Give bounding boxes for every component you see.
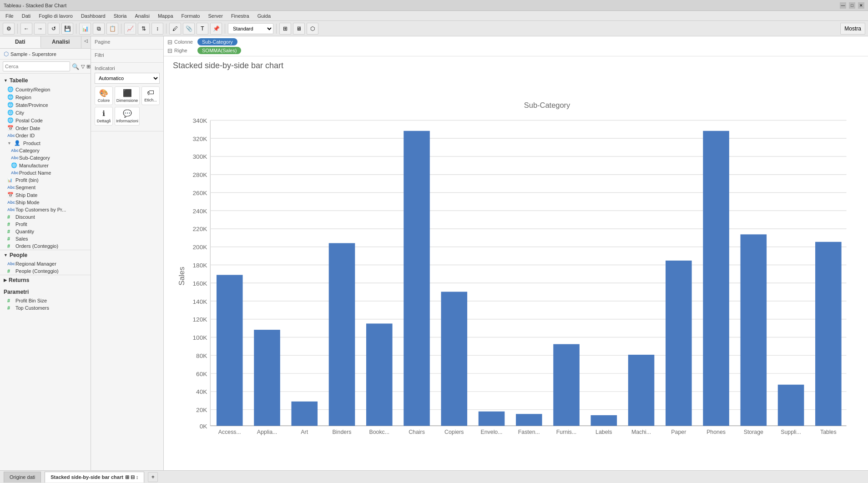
menu-file[interactable]: File: [2, 12, 17, 20]
righe-pill[interactable]: SOMMA(Sales): [197, 47, 241, 54]
toolbar-highlight-btn[interactable]: 🖊: [169, 23, 181, 35]
item-profitbin[interactable]: 📊 Profit (bin): [0, 176, 91, 184]
colonne-pill[interactable]: Sub-Category: [197, 38, 237, 45]
item-quantity[interactable]: # Quantity: [0, 228, 91, 235]
tab-icon-1[interactable]: ⊞: [125, 474, 129, 480]
minimize-button[interactable]: —: [840, 2, 846, 9]
item-category[interactable]: Abc Category: [0, 147, 91, 154]
menu-storia[interactable]: Storia: [110, 12, 131, 20]
menu-analisi[interactable]: Analisi: [131, 12, 153, 20]
item-state[interactable]: 🌐 State/Province: [0, 101, 91, 109]
bar-envelo[interactable]: [479, 412, 505, 426]
toolbar-pin-btn[interactable]: 📌: [210, 23, 222, 35]
toolbar-device-btn[interactable]: 🖥: [293, 23, 305, 35]
filter-icon[interactable]: ▽: [81, 64, 85, 70]
maximize-button[interactable]: □: [849, 2, 855, 9]
item-people-count[interactable]: # People (Conteggio): [0, 267, 91, 275]
item-profit[interactable]: # Profit: [0, 221, 91, 228]
toolbar-swap-btn[interactable]: ⇅: [138, 23, 150, 35]
item-regional-manager[interactable]: Abc Regional Manager: [0, 260, 91, 267]
item-profit-bin-size[interactable]: # Profit Bin Size: [0, 297, 91, 304]
toolbar-fix-btn[interactable]: ⊞: [279, 23, 291, 35]
toolbar-chart-btn[interactable]: 📈: [124, 23, 136, 35]
menu-foglio[interactable]: Foglio di lavoro: [35, 12, 76, 20]
menu-finestra[interactable]: Finestra: [227, 12, 253, 20]
item-orderid[interactable]: Abc Order ID: [0, 132, 91, 139]
returns-header[interactable]: ▶ Returns: [0, 275, 91, 285]
card-dimensione[interactable]: ⬛ Dimensione: [115, 86, 140, 105]
item-product-group[interactable]: ▼ 👤 Product: [0, 139, 91, 147]
tab-dati[interactable]: Dati: [0, 36, 41, 48]
item-orders[interactable]: # Orders (Conteggio): [0, 242, 91, 250]
menu-mappa[interactable]: Mappa: [154, 12, 177, 20]
datasource-name[interactable]: Sample - Superstore: [10, 51, 56, 57]
menu-dashboard[interactable]: Dashboard: [77, 12, 109, 20]
people-header[interactable]: ▼ People: [0, 250, 91, 260]
toolbar-mostra-btn[interactable]: Mostra: [840, 23, 865, 35]
item-region[interactable]: 🌐 Region: [0, 93, 91, 101]
item-orderdate[interactable]: 📅 Order Date: [0, 124, 91, 132]
tab-icon-3[interactable]: ↕: [136, 474, 139, 480]
tab-icon-2[interactable]: ⊟: [131, 474, 135, 480]
bar-labels[interactable]: [591, 415, 617, 426]
item-segment[interactable]: Abc Segment: [0, 184, 91, 191]
tab-collapse-arrow[interactable]: ◁: [81, 36, 91, 48]
search-icon[interactable]: 🔍: [72, 63, 79, 70]
item-sales[interactable]: # Sales: [0, 235, 91, 242]
toolbar-paste-btn[interactable]: 📋: [106, 23, 118, 35]
indicatori-dropdown[interactable]: Automatico: [95, 73, 160, 84]
menu-guida[interactable]: Guida: [254, 12, 274, 20]
toolbar-save-btn[interactable]: 💾: [61, 23, 73, 35]
card-colore[interactable]: 🎨 Colore: [95, 86, 113, 105]
bar-tables[interactable]: [815, 242, 842, 426]
item-city[interactable]: 🌐 City: [0, 109, 91, 116]
bar-suppli[interactable]: [778, 385, 804, 426]
menu-dati[interactable]: Dati: [18, 12, 35, 20]
item-shipdate[interactable]: 📅 Ship Date: [0, 191, 91, 199]
bar-storage[interactable]: [741, 234, 767, 426]
item-manufacturer[interactable]: 🌐 Manufacturer: [0, 161, 91, 169]
toolbar-text-btn[interactable]: T: [197, 23, 208, 35]
toolbar-home-btn[interactable]: ⚙: [3, 23, 15, 35]
menu-formato[interactable]: Formato: [178, 12, 204, 20]
grid-icon[interactable]: ⊞: [86, 64, 91, 70]
status-tab-chart[interactable]: Stacked side-by-side bar chart ⊞ ⊟ ↕: [45, 472, 144, 483]
bar-furnis[interactable]: [553, 344, 580, 426]
toolbar-share-btn[interactable]: ⬡: [307, 23, 318, 35]
bar-art[interactable]: [291, 402, 318, 426]
bar-bookc[interactable]: [366, 323, 393, 426]
status-tab-origin[interactable]: Origine dati: [4, 472, 41, 483]
bar-machi[interactable]: [628, 355, 655, 426]
add-sheet-button[interactable]: +: [148, 472, 158, 482]
toolbar-undo-btn[interactable]: ↺: [48, 23, 60, 35]
bar-access[interactable]: [217, 275, 243, 426]
bar-chairs[interactable]: [404, 131, 430, 426]
toolbar-annotation-btn[interactable]: 📎: [183, 23, 195, 35]
item-subcategory[interactable]: Abc Sub-Category: [0, 154, 91, 161]
item-discount[interactable]: # Discount: [0, 213, 91, 221]
tab-analisi[interactable]: Analisi: [41, 36, 82, 48]
item-topcustomers[interactable]: Abc Top Customers by Pr...: [0, 206, 91, 213]
bar-phones[interactable]: [703, 131, 729, 426]
close-button[interactable]: ✕: [858, 2, 864, 9]
bar-fasten[interactable]: [516, 414, 542, 426]
toolbar-forward-btn[interactable]: →: [34, 23, 46, 35]
card-dettagli[interactable]: ℹ Dettagli: [95, 107, 113, 126]
tabelle-header[interactable]: ▼ Tabelle: [0, 75, 91, 86]
toolbar-add-ds-btn[interactable]: 📊: [79, 23, 91, 35]
toolbar-copy-btn[interactable]: ⧉: [93, 23, 105, 35]
bar-binders[interactable]: [329, 243, 355, 426]
menu-server[interactable]: Server: [204, 12, 226, 20]
bar-paper[interactable]: [666, 261, 692, 426]
toolbar-back-btn[interactable]: ←: [20, 23, 32, 35]
search-input[interactable]: [3, 61, 70, 71]
card-etichetta[interactable]: 🏷 Etich...: [141, 86, 160, 105]
toolbar-sort-btn[interactable]: ↕: [151, 23, 163, 35]
item-postal[interactable]: 🌐 Postal Code: [0, 116, 91, 124]
card-informazioni[interactable]: 💬 Informazioni: [115, 107, 140, 126]
bar-applia[interactable]: [254, 330, 280, 426]
item-productname[interactable]: Abc Product Name: [0, 169, 91, 176]
window-controls[interactable]: — □ ✕: [840, 2, 864, 9]
toolbar-view-dropdown[interactable]: Standard: [228, 23, 273, 34]
bar-copiers[interactable]: [441, 292, 467, 426]
